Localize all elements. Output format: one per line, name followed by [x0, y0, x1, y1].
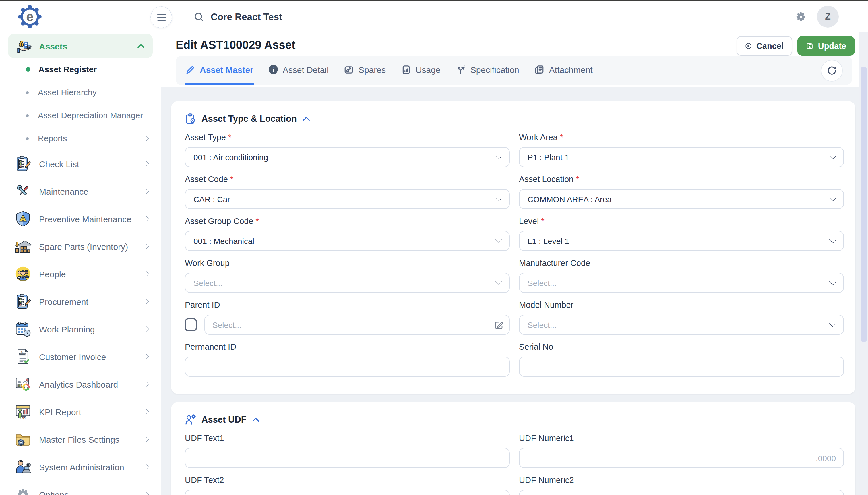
- invoice-icon: $: [14, 348, 32, 365]
- sidebar-item-asset-register[interactable]: Asset Register: [0, 58, 161, 81]
- field-udf-numeric2: UDF Numeric2: [519, 476, 844, 495]
- sidebar-item-label: System Administration: [39, 462, 143, 472]
- chevron-up-icon: [137, 44, 144, 51]
- sidebar-item-asset-hierarchy[interactable]: Asset Hierarchy: [0, 81, 161, 104]
- sidebar-collapse-button[interactable]: [151, 6, 172, 28]
- field-label: Work Area: [519, 133, 558, 142]
- sidebar-item-customer-invoice[interactable]: $ Customer Invoice: [0, 343, 161, 370]
- specification-branch-icon: [456, 65, 466, 74]
- section-header[interactable]: Asset UDF: [171, 402, 855, 433]
- sidebar-item-procurement[interactable]: Procurement: [0, 288, 161, 315]
- udf-numeric1-input[interactable]: [519, 448, 844, 468]
- chevron-up-icon: [252, 417, 259, 425]
- chevron-down-icon: [829, 194, 836, 201]
- sidebar-item-label: Maintenance: [39, 186, 143, 196]
- sidebar-item-spare-parts[interactable]: Spare Parts (Inventory): [0, 233, 161, 260]
- sidebar-item-options[interactable]: Options: [0, 481, 161, 495]
- top-bar: Core React Test Z: [161, 1, 868, 32]
- section-title: Asset Type & Location: [202, 114, 297, 124]
- sidebar-item-system-administration[interactable]: System Administration: [0, 453, 161, 481]
- svg-text:$: $: [21, 42, 22, 46]
- spares-box-icon: [344, 65, 354, 74]
- field-manufacturer-code: Manufacturer Code Select...: [519, 258, 844, 293]
- udf-text2-input[interactable]: [185, 490, 510, 495]
- parent-id-checkbox[interactable]: [185, 318, 197, 331]
- section-title: Asset UDF: [202, 415, 246, 425]
- global-search[interactable]: Core React Test: [193, 1, 282, 32]
- asset-code-select[interactable]: CAR : Car: [185, 189, 510, 209]
- tab-asset-detail[interactable]: Asset Detail: [268, 56, 329, 85]
- field-label: Asset Code: [185, 174, 228, 184]
- sidebar-item-asset-depreciation-manager[interactable]: Asset Depreciation Manager: [0, 104, 161, 127]
- asset-location-select[interactable]: COMMON AREA : Area: [519, 189, 844, 209]
- tab-asset-master[interactable]: Asset Master: [185, 56, 254, 85]
- field-label: Manufacturer Code: [519, 258, 590, 268]
- tab-attachment[interactable]: Attachment: [534, 56, 593, 85]
- sidebar-item-analytics-dashboard[interactable]: Analytics Dashboard: [0, 370, 161, 398]
- edit-pencil-icon[interactable]: [494, 320, 503, 329]
- parent-id-input[interactable]: [204, 315, 510, 335]
- shield-warning-icon: [14, 210, 32, 227]
- chevron-right-icon: [143, 326, 149, 332]
- tab-usage[interactable]: Usage: [401, 56, 441, 85]
- sidebar-item-maintenance[interactable]: Maintenance: [0, 177, 161, 205]
- model-number-select[interactable]: Select...: [519, 315, 844, 335]
- svg-text:KPI: KPI: [21, 416, 25, 419]
- asset-type-select[interactable]: 001 : Air conditioning: [185, 147, 510, 167]
- level-select[interactable]: L1 : Level 1: [519, 231, 844, 251]
- section-header[interactable]: Asset Type & Location: [171, 101, 855, 133]
- sidebar-item-label: Asset Hierarchy: [38, 88, 148, 97]
- sidebar-item-work-planning[interactable]: Work Planning: [0, 315, 161, 343]
- sidebar-item-people[interactable]: People: [0, 260, 161, 288]
- update-button[interactable]: Update: [797, 36, 855, 56]
- dot-icon: [26, 114, 29, 117]
- sidebar-item-kpi-report[interactable]: KPI KPI Report: [0, 398, 161, 426]
- sidebar-item-label: Asset Depreciation Manager: [38, 111, 148, 120]
- tab-specification[interactable]: Specification: [455, 56, 520, 85]
- udf-numeric2-input[interactable]: [519, 490, 844, 495]
- svg-text:$: $: [21, 350, 23, 353]
- field-label: UDF Numeric2: [519, 476, 574, 485]
- serial-no-input[interactable]: [519, 357, 844, 377]
- udf-text1-input[interactable]: [185, 448, 510, 468]
- required-mark: *: [576, 174, 579, 184]
- work-area-select[interactable]: P1 : Plant 1: [519, 147, 844, 167]
- user-gear-icon: [185, 414, 196, 426]
- sidebar-item-label: Master Files Settings: [39, 434, 143, 444]
- field-label: Asset Group Code: [185, 217, 254, 226]
- clipboard-icon: [14, 293, 32, 310]
- settings-gear-icon[interactable]: [795, 10, 807, 23]
- sidebar-item-label: Procurement: [39, 296, 143, 306]
- gear-icon: [14, 486, 32, 495]
- sidebar-item-reports[interactable]: Reports: [0, 127, 161, 150]
- app-logo[interactable]: e: [0, 1, 161, 32]
- manufacturer-code-select[interactable]: Select...: [519, 273, 844, 293]
- sidebar-item-label: Reports: [38, 134, 143, 143]
- refresh-icon: [827, 65, 837, 75]
- page-title: Edit AST100029 Asset: [176, 38, 295, 52]
- sidebar-item-preventive-maintenance[interactable]: Preventive Maintenance: [0, 205, 161, 233]
- asset-group-code-select[interactable]: 001 : Mechanical: [185, 231, 510, 251]
- user-avatar[interactable]: Z: [817, 6, 839, 28]
- search-value: Core React Test: [211, 11, 282, 22]
- people-icon: [14, 265, 32, 283]
- cancel-button[interactable]: Cancel: [736, 36, 792, 56]
- field-label: Work Group: [185, 258, 230, 268]
- scrollbar[interactable]: [860, 32, 868, 495]
- permanent-id-input[interactable]: [185, 357, 510, 377]
- sidebar-item-label: People: [39, 269, 143, 279]
- work-group-select[interactable]: Select...: [185, 273, 510, 293]
- refresh-button[interactable]: [821, 59, 843, 81]
- required-mark: *: [256, 217, 259, 226]
- attachment-docs-icon: [535, 65, 544, 74]
- chevron-right-icon: [143, 216, 149, 222]
- chevron-right-icon: [143, 160, 149, 167]
- tab-spares[interactable]: Spares: [344, 56, 386, 85]
- sidebar-item-label: Assets: [39, 41, 138, 51]
- sidebar-item-assets[interactable]: $ Assets: [8, 34, 153, 58]
- sidebar-item-master-files-settings[interactable]: Master Files Settings: [0, 426, 161, 453]
- chevron-right-icon: [143, 436, 149, 443]
- chevron-right-icon: [143, 243, 149, 250]
- scrollbar-thumb[interactable]: [861, 67, 867, 342]
- sidebar-item-check-list[interactable]: Check List: [0, 150, 161, 177]
